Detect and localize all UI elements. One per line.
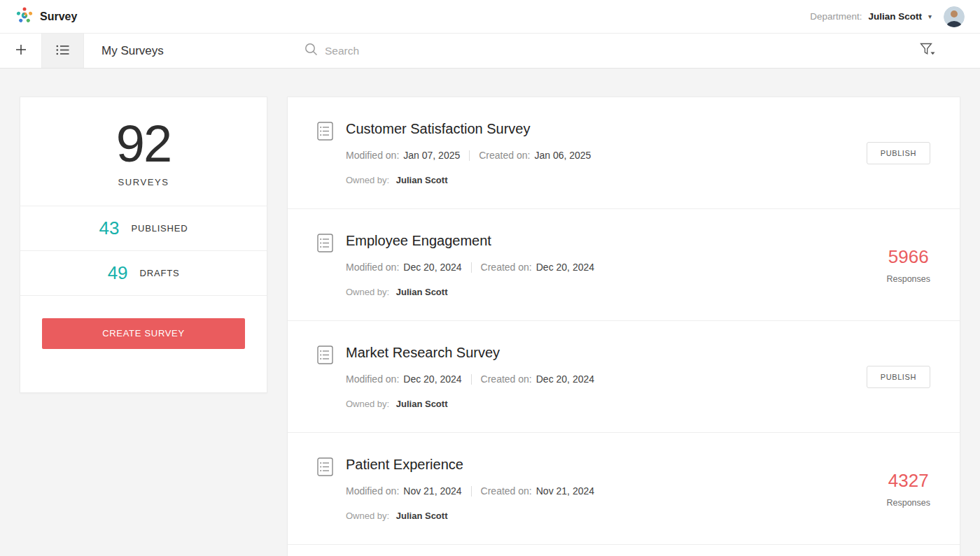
publish-button[interactable]: PUBLISH [867,366,930,388]
list-icon [56,45,69,57]
create-survey-section: CREATE SURVEY [20,295,267,392]
drafts-count: 49 [108,262,128,284]
filter-button[interactable] [920,34,937,68]
create-survey-button[interactable]: CREATE SURVEY [42,318,245,349]
owned-by-label: Owned by: [346,399,389,409]
survey-document-icon [317,345,333,432]
survey-owner: Owned by: Julian Scott [346,287,930,297]
app-root: Survey Department: Julian Scott ▾ [0,0,980,556]
created-label: Created on: [481,262,532,273]
top-header: Survey Department: Julian Scott ▾ [0,0,980,34]
survey-row-main: Customer Satisfaction Survey Modified on… [346,120,930,208]
survey-row[interactable]: Market Research Survey Modified on: Dec … [288,321,960,433]
survey-meta: Modified on: Dec 20, 2024 Created on: De… [346,373,930,385]
drafts-label: DRAFTS [140,268,180,278]
responses-block: 4327 Responses [886,470,930,508]
survey-row[interactable]: Employee Engagement Modified on: Dec 20,… [288,209,960,321]
page-title: My Surveys [102,34,164,68]
add-survey-button[interactable] [0,34,42,68]
created-date: Dec 20, 2024 [536,262,594,273]
survey-title[interactable]: Market Research Survey [346,343,930,362]
meta-separator [471,262,472,273]
survey-title[interactable]: Customer Satisfaction Survey [346,120,930,138]
next-row-partial [288,545,960,556]
department-label: Department: [810,11,862,22]
created-label: Created on: [481,373,532,385]
responses-count: 4327 [886,470,930,492]
search-input[interactable] [325,45,521,57]
filter-icon [920,43,937,59]
modified-label: Modified on: [346,262,399,273]
survey-document-icon [317,122,333,208]
survey-owner: Owned by: Julian Scott [346,511,930,521]
modified-label: Modified on: [346,485,399,497]
published-count: 43 [99,218,120,239]
survey-row-side: PUBLISH [867,321,930,432]
toolbar: My Surveys [0,34,980,69]
survey-row-side: 5966 Responses [886,209,930,320]
survey-meta: Modified on: Nov 21, 2024 Created on: No… [346,485,930,497]
owner-name: Julian Scott [396,399,448,409]
survey-row-main: Employee Engagement Modified on: Dec 20,… [346,231,930,320]
created-label: Created on: [479,150,530,161]
list-view-button[interactable] [42,34,84,68]
survey-meta: Modified on: Dec 20, 2024 Created on: De… [346,262,930,273]
modified-date: Jan 07, 2025 [403,150,460,161]
survey-row-side: PUBLISH [867,97,930,208]
responses-count: 5966 [886,246,930,268]
avatar[interactable] [944,6,965,27]
owned-by-label: Owned by: [346,175,389,185]
meta-separator [469,150,470,161]
stats-card: 92 SURVEYS 43 PUBLISHED 49 DRAFTS CREATE… [20,97,267,393]
created-label: Created on: [481,485,532,497]
survey-meta: Modified on: Jan 07, 2025 Created on: Ja… [346,150,930,161]
modified-label: Modified on: [346,373,399,385]
survey-row[interactable]: Customer Satisfaction Survey Modified on… [288,97,960,209]
chevron-down-icon[interactable]: ▾ [928,13,932,20]
survey-logo-icon [15,6,34,27]
published-label: PUBLISHED [132,223,188,234]
survey-title[interactable]: Employee Engagement [346,231,930,250]
responses-label: Responses [886,498,930,508]
meta-separator [471,486,472,497]
modified-label: Modified on: [346,150,399,161]
owner-name: Julian Scott [396,175,448,185]
responses-label: Responses [886,274,930,284]
survey-document-icon [317,234,333,320]
main-content: 92 SURVEYS 43 PUBLISHED 49 DRAFTS CREATE… [0,69,980,556]
created-date: Jan 06, 2025 [534,150,591,161]
survey-row[interactable]: Patient Experience Modified on: Nov 21, … [288,433,960,545]
modified-date: Dec 20, 2024 [403,373,461,385]
survey-title[interactable]: Patient Experience [346,455,930,473]
stats-total-block: 92 SURVEYS [20,97,267,206]
total-surveys-count: 92 [20,117,267,171]
modified-date: Nov 21, 2024 [403,485,461,497]
survey-row-main: Market Research Survey Modified on: Dec … [346,343,930,432]
app-title: Survey [40,10,77,23]
created-date: Nov 21, 2024 [536,485,594,497]
header-right: Department: Julian Scott ▾ [810,6,965,27]
created-date: Dec 20, 2024 [536,373,594,385]
total-surveys-label: SURVEYS [20,177,267,187]
modified-date: Dec 20, 2024 [403,262,461,273]
published-stat[interactable]: 43 PUBLISHED [20,206,267,250]
drafts-stat[interactable]: 49 DRAFTS [20,250,267,295]
app-logo[interactable]: Survey [15,6,77,27]
owned-by-label: Owned by: [346,511,389,521]
search-icon [304,43,318,59]
publish-button[interactable]: PUBLISH [867,142,930,164]
survey-owner: Owned by: Julian Scott [346,399,930,409]
survey-owner: Owned by: Julian Scott [346,175,930,185]
plus-icon [15,44,27,57]
survey-document-icon [317,457,333,544]
survey-row-main: Patient Experience Modified on: Nov 21, … [346,455,930,544]
owner-name: Julian Scott [396,287,448,297]
search-box[interactable] [304,34,521,68]
survey-row-side: 4327 Responses [886,433,930,544]
survey-list: Customer Satisfaction Survey Modified on… [287,97,960,556]
owner-name: Julian Scott [396,511,448,521]
owned-by-label: Owned by: [346,287,389,297]
department-user-name[interactable]: Julian Scott [868,11,922,22]
meta-separator [471,374,472,385]
responses-block: 5966 Responses [886,246,930,284]
